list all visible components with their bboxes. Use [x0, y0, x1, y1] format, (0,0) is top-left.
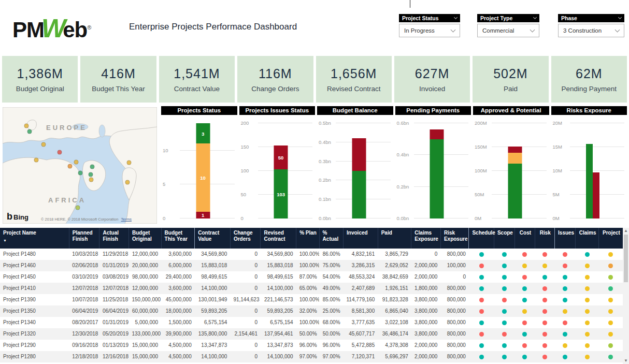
bar-segment-amber[interactable]: 10 — [196, 143, 210, 211]
bar-segment-red[interactable]: 1 — [196, 212, 210, 219]
column-header-project[interactable]: Project — [598, 228, 623, 249]
kpi-value: 416M — [101, 66, 136, 81]
bar-segment-red[interactable] — [430, 129, 444, 139]
map-bubble[interactable] — [76, 206, 80, 210]
chevron-down-icon[interactable] — [451, 27, 456, 32]
column-header-planned-finish[interactable]: Planned Finish — [69, 228, 99, 249]
scroll-up-icon[interactable]: ▲ — [623, 228, 629, 234]
slicer-value: In Progress — [404, 27, 435, 34]
column-header-scope[interactable]: Scope — [494, 228, 514, 249]
column-header-project-name[interactable]: Project Name▼ — [0, 228, 69, 249]
cell-change-orders: 0 — [230, 305, 261, 317]
map-bubble[interactable] — [58, 150, 62, 155]
map-bubble[interactable] — [68, 164, 73, 169]
slicer-label: Phase — [561, 14, 577, 22]
map-bubble[interactable] — [74, 160, 79, 165]
map-bubble[interactable] — [78, 171, 83, 176]
cell-actual-finish: 12/07/2018 — [99, 283, 129, 294]
bar-segment-green[interactable] — [352, 171, 366, 219]
bar-segment-amber[interactable] — [508, 153, 522, 164]
cell-risk — [535, 351, 554, 362]
table-row[interactable]: Project P139010/07/201811/25/2018150,000… — [0, 294, 623, 305]
cell-cost — [515, 283, 535, 294]
slicer-phase-header[interactable]: Phase — [558, 14, 624, 22]
column-header-claims[interactable]: Claims — [576, 228, 598, 249]
bar-segment-green[interactable] — [508, 164, 522, 219]
map-bubble[interactable] — [24, 124, 29, 128]
table-body: Project P148010/03/201811/29/201812,000,… — [0, 249, 623, 364]
column-header-claims-exposure[interactable]: Claims Exposure — [411, 228, 441, 249]
bing-logo: bBing — [7, 211, 28, 222]
projects-map[interactable]: EUROPE AFRICA bBing © 2018 HERE, © 2018 … — [3, 107, 157, 224]
cell-revised-contract: 14,100,000 — [261, 351, 296, 362]
chevron-down-icon[interactable] — [618, 15, 622, 19]
column-header-budget-this-year[interactable]: Budget This Year — [161, 228, 195, 249]
slicer-project-type-dropdown[interactable]: Commercial — [477, 24, 539, 37]
map-bubble[interactable] — [127, 161, 132, 165]
column-header-cost[interactable]: Cost — [515, 228, 535, 249]
map-bubble[interactable] — [89, 172, 93, 177]
bar-green[interactable] — [586, 144, 593, 219]
column-header-issues[interactable]: Issues — [555, 228, 576, 249]
bar-segment-red[interactable] — [352, 138, 366, 171]
column-header-budget-original[interactable]: Budget Original — [128, 228, 161, 249]
column-header-plan[interactable]: % Plan — [296, 228, 319, 249]
chevron-down-icon[interactable] — [454, 15, 458, 19]
cell-cost — [515, 351, 535, 362]
bar-segment-green[interactable] — [430, 139, 444, 219]
column-header-paid[interactable]: Paid — [378, 228, 411, 249]
chevron-down-icon[interactable] — [530, 27, 535, 32]
cell-actual-finish: 12/16/2018 — [99, 351, 129, 362]
slicer-phase-dropdown[interactable]: 3 Construction — [558, 24, 624, 37]
table-row[interactable]: Project P129009/16/201801/13/201915,000,… — [0, 340, 623, 351]
map-bubble[interactable] — [125, 180, 130, 185]
cell-cost — [515, 317, 535, 328]
table-row[interactable]: Project P134008/20/201701/31/20195,000,0… — [0, 317, 623, 328]
slicer-project-status-header[interactable]: Project Status — [399, 14, 460, 22]
slicer-project-status-dropdown[interactable]: In Progress — [399, 24, 460, 37]
map-bubble[interactable] — [34, 158, 39, 163]
column-header-revised-contract[interactable]: Revised Contract — [261, 228, 296, 249]
map-bubble[interactable] — [89, 178, 94, 182]
bar-segment-green[interactable]: 103 — [274, 169, 288, 219]
column-header-actual-finish[interactable]: Actual Finish — [99, 228, 129, 249]
table-row[interactable]: Project P146002/06/201801/31/201920,000,… — [0, 260, 623, 271]
table-row[interactable]: Project P141012/07/201812/07/201812,000,… — [0, 283, 623, 294]
terms-link[interactable]: Terms — [121, 217, 132, 222]
slicer-project-type-header[interactable]: Project Type — [477, 14, 539, 22]
column-header-invoiced[interactable]: Invoiced — [344, 228, 378, 249]
map-bubble[interactable] — [90, 165, 95, 169]
bar-segment-red[interactable]: 50 — [274, 145, 288, 169]
bar-segment-green[interactable]: 3 — [196, 123, 210, 143]
page-title: Enterprise Projects Performace Dashboard — [129, 22, 297, 32]
status-dot-red — [542, 286, 547, 291]
status-dot-red — [479, 264, 484, 268]
column-header-risk-exposure[interactable]: Risk Exposure — [440, 228, 469, 249]
chevron-down-icon[interactable] — [615, 27, 620, 32]
table-row[interactable]: Project P132012/30/201805/20/2019133,000… — [0, 328, 623, 340]
scrollbar-thumb[interactable] — [624, 235, 628, 282]
divider — [410, 0, 410, 8]
table-row[interactable]: Project P148010/03/201811/29/201812,000,… — [0, 249, 623, 260]
table-row[interactable]: Project P128012/18/201812/16/201815,000,… — [0, 351, 623, 362]
map-bubble[interactable] — [27, 129, 32, 134]
column-header-change-orders[interactable]: Change Orders — [230, 228, 261, 249]
cell-claims — [576, 249, 598, 260]
bar-segment-red[interactable] — [508, 147, 522, 153]
cell-plan: 100.00% — [296, 317, 319, 328]
column-header-schedule[interactable]: Schedule — [469, 228, 494, 249]
table-row[interactable]: Project P145003/10/201903/08/201998,000,… — [0, 271, 623, 283]
bar-red[interactable] — [593, 172, 599, 219]
cell-claims-exposure: 1,800,000 — [411, 283, 441, 294]
bar-stack — [508, 147, 522, 219]
chevron-down-icon[interactable] — [533, 15, 537, 19]
table-row[interactable]: Project P135006/04/201906/04/201960,000,… — [0, 305, 623, 317]
scroll-down-icon[interactable]: ▼ — [623, 358, 629, 364]
map-bubble[interactable] — [41, 142, 46, 147]
column-header-contract-value[interactable]: Contract Value — [195, 228, 231, 249]
column-header-risk[interactable]: Risk — [535, 228, 554, 249]
cell-actual: 75.00% — [319, 260, 343, 271]
table-scrollbar[interactable]: ▲ ▼ — [623, 228, 629, 364]
column-header-actual[interactable]: % Actual — [319, 228, 343, 249]
chart-budget-balance: Budget Balance0.0bn0.1bn0.2bn0.3bn0.4bn0… — [317, 106, 393, 224]
